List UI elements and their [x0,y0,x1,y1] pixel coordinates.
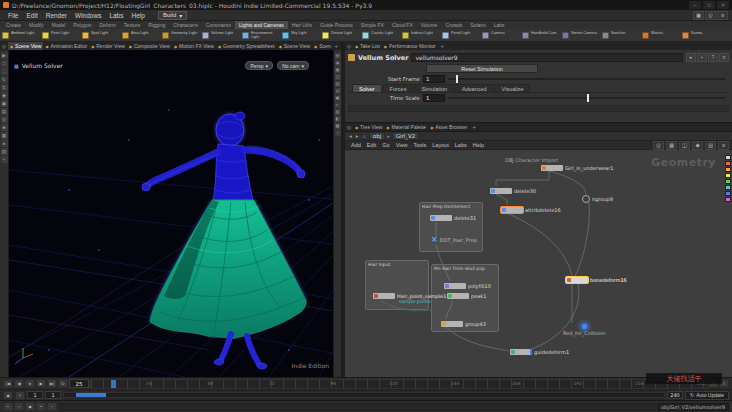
shelf-tab[interactable]: Characters [169,21,201,29]
parameter-header-icon[interactable]: ▸ [686,53,696,62]
network-node[interactable]: Girl_in_underwear1 [541,164,613,171]
parameter-header-icon[interactable]: ▪ [697,53,707,62]
pane-link-icon[interactable]: ◎ [345,43,353,49]
pane-tab[interactable]: ◆ Asset Browser [428,123,469,132]
camera-view-button[interactable]: Persp ▾ [245,61,273,70]
network-toolbar-icon[interactable]: ◎ [653,141,664,150]
shelf-tab[interactable]: Solaris [466,21,489,29]
shelf-tab[interactable]: Modify [25,21,48,29]
viewport-tool-icon[interactable]: ▣ [1,100,8,107]
viewport-tool-icon[interactable]: ▦ [1,132,8,139]
display-option-icon[interactable]: ◍ [335,88,341,94]
network-node[interactable]: ngroup9 [582,195,613,202]
range-slider[interactable] [63,392,665,398]
status-icon[interactable]: ◆ [25,402,35,411]
transport-button[interactable]: ↻ [58,379,68,388]
shelf-tab[interactable]: Constraints [202,21,235,29]
reset-simulation-button[interactable]: Reset Simulation [426,64,538,73]
node-body[interactable] [444,283,466,289]
node-body[interactable] [373,293,395,299]
shelf-tool-button[interactable]: Volume Light [202,29,240,41]
viewport-tool-icon[interactable]: ◈ [1,124,8,131]
viewport-tool-icon[interactable]: ▶ [1,52,8,59]
display-option-icon[interactable]: ◑ [335,130,341,136]
shelf-tool-button[interactable]: Distant Light [322,29,360,41]
window-control-button[interactable]: □ [703,1,715,9]
desktop-selector[interactable]: Build ▾ [158,11,187,20]
shelf-tab[interactable]: Rigging [144,21,169,29]
parameter-tab[interactable]: Advanced [455,84,493,92]
network-menu-item[interactable]: Go [379,142,392,148]
slider-handle[interactable] [456,75,458,83]
shelf-tool-button[interactable]: Environment Light [242,29,280,41]
shelf-tab[interactable]: Deform [95,21,119,29]
pane-link-icon[interactable]: ◎ [0,43,8,49]
display-option-icon[interactable]: ▣ [335,95,341,101]
shelf-tool-button[interactable]: Point Light [42,29,80,41]
display-option-icon[interactable]: ▩ [335,123,341,129]
shelf-tool-button[interactable]: Camera [482,29,520,41]
menubar-icon[interactable]: ◎ [705,11,716,20]
window-control-button[interactable]: – [689,1,701,9]
display-option-icon[interactable]: ◐ [335,102,341,108]
menu-item[interactable]: File [4,10,22,20]
network-node[interactable]: delete31 [430,214,476,221]
status-icon[interactable]: ▫ [47,402,57,411]
network-canvas[interactable]: Geometry [345,150,732,377]
node-body[interactable] [490,188,512,194]
network-menu-item[interactable]: Tools [410,142,429,148]
menu-item[interactable]: Render [42,10,71,20]
network-node[interactable]: delete30 [490,187,536,194]
network-dot[interactable]: DOT_Hair_Prep [431,237,477,243]
transport-button[interactable]: ▶ [36,379,46,388]
status-icon[interactable]: ▫ [14,402,24,411]
shelf-tab[interactable]: Simple FX [357,21,388,29]
range-end-field[interactable]: 240 [667,391,683,399]
viewport-tool-icon[interactable]: ⇅ [1,84,8,91]
shelf-tool-button[interactable]: Switcher [602,29,640,41]
current-frame-field[interactable]: 25 [69,379,89,388]
shelf-tool-button[interactable]: Sky Light [282,29,320,41]
viewport-tool-icon[interactable]: ▧ [1,148,8,155]
network-menu-item[interactable]: Labs [452,142,470,148]
viewport-tool-icon[interactable]: ▪ [1,156,8,163]
breadcrumb-root[interactable]: obj [369,132,385,140]
parameter-tab[interactable]: Solver [352,84,382,92]
pane-link-icon[interactable]: ◎ [345,124,353,130]
display-option-icon[interactable]: ◉ [335,60,341,66]
time-scale-field[interactable]: 1 [423,94,445,102]
shelf-tool-button[interactable]: Portal Light [442,29,480,41]
network-box[interactable]: Hair Prep Deintersect [419,202,483,252]
network-menu-item[interactable]: Edit [364,142,379,148]
network-toolbar-icon[interactable]: ≡ [718,141,729,150]
transport-button[interactable]: ● [25,379,35,388]
menu-item[interactable]: Help [128,10,149,20]
shelf-tool-button[interactable]: Ambient Light [2,29,40,41]
parameter-tab[interactable]: Simulation [414,84,454,92]
shelf-tab[interactable]: Cloud FX [388,21,417,29]
shelf-tab[interactable]: Texture [120,21,144,29]
network-toolbar-icon[interactable]: ◫ [679,141,690,150]
shelf-tool-button[interactable]: Area Light [122,29,160,41]
node-body[interactable] [441,321,463,327]
node-body[interactable] [447,293,469,299]
viewport-tool-icon[interactable]: ● [1,140,8,147]
palette-swatch[interactable] [725,167,731,172]
display-option-icon[interactable]: ▨ [335,109,341,115]
character-skirt[interactable] [150,200,306,339]
transport-button[interactable]: ◀ [14,379,24,388]
range-options-icon[interactable]: ≡ [15,391,25,400]
node-body[interactable] [510,349,532,355]
palette-swatch[interactable] [725,173,731,178]
breadcrumb-node[interactable]: Girl_V2 [392,132,420,140]
palette-swatch[interactable] [725,161,731,166]
shelf-tool-button[interactable]: Mantra [642,29,680,41]
transport-button[interactable]: ▶| [47,379,57,388]
back-icon[interactable]: ◂ [348,133,353,139]
shelf-tab[interactable]: Volume [417,21,442,29]
camera-select-button[interactable]: No cam ▾ [277,61,309,70]
menu-item[interactable]: Windows [71,10,105,20]
new-tab-button[interactable]: + [438,43,448,49]
start-frame-field[interactable]: 1 [423,75,445,83]
home-icon[interactable]: ⌂ [362,133,367,139]
